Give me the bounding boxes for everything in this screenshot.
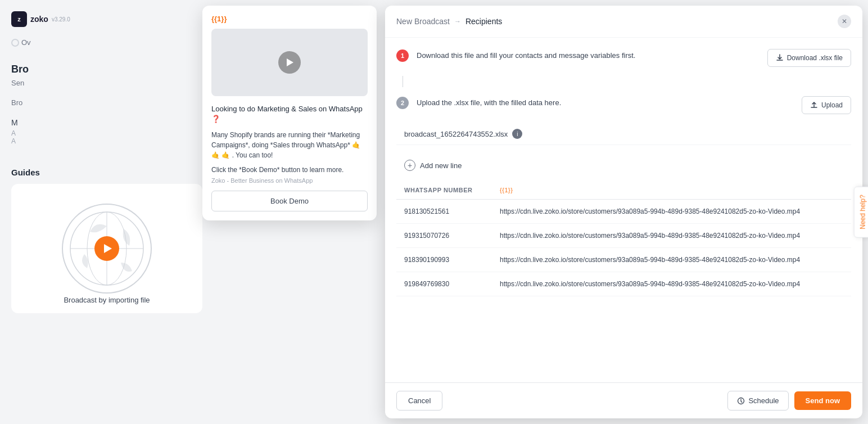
add-new-line-label: Add new line xyxy=(420,161,462,170)
radio-label: Ov xyxy=(21,38,31,47)
modal-header: New Broadcast → Recipients ✕ xyxy=(385,6,862,38)
cell-value-2: https://cdn.live.zoko.io/store/customers… xyxy=(492,248,851,272)
modal-body: 1 Download this file and fill your conta… xyxy=(385,38,862,382)
promo-play-button[interactable] xyxy=(278,51,301,74)
cell-phone-3: 919849769830 xyxy=(396,272,492,296)
cell-value-0: https://cdn.live.zoko.io/store/customers… xyxy=(492,200,851,224)
book-demo-button[interactable]: Book Demo xyxy=(211,191,368,211)
cell-phone-2: 918390190993 xyxy=(396,248,492,272)
filename-text: broadcast_1652264743552.xlsx xyxy=(404,130,508,138)
add-plus-icon: + xyxy=(404,160,415,171)
promo-source: Zoko - Better Business on WhatsApp xyxy=(211,177,368,184)
breadcrumb: New Broadcast → Recipients xyxy=(396,17,502,26)
close-button[interactable]: ✕ xyxy=(838,15,851,28)
breadcrumb-current: Recipients xyxy=(465,17,502,26)
footer-right: Schedule Send now xyxy=(727,391,851,411)
table-row: 919849769830 https://cdn.live.zoko.io/st… xyxy=(396,272,851,296)
schedule-button[interactable]: Schedule xyxy=(727,391,788,411)
cell-value-3: https://cdn.live.zoko.io/store/customers… xyxy=(492,272,851,296)
step-1-number: 1 xyxy=(401,52,404,59)
info-icon-label: i xyxy=(517,131,518,137)
send-now-button[interactable]: Send now xyxy=(794,391,851,410)
promo-cta-text: Click the *Book Demo* button to learn mo… xyxy=(211,166,368,174)
cancel-button[interactable]: Cancel xyxy=(396,391,442,411)
breadcrumb-link[interactable]: New Broadcast xyxy=(396,17,450,26)
col-whatsapp-number: WHATSAPP NUMBER xyxy=(396,181,492,200)
promo-video-thumbnail[interactable] xyxy=(211,29,368,96)
upload-button[interactable]: Upload xyxy=(802,96,851,114)
step-2-action: Upload xyxy=(802,96,851,114)
cell-phone-0: 918130521561 xyxy=(396,200,492,224)
guides-play-button[interactable] xyxy=(94,236,119,261)
data-table: WHATSAPP NUMBER {{1}} 918130521561 https… xyxy=(396,181,851,296)
breadcrumb-arrow: → xyxy=(454,17,461,25)
table-body: 918130521561 https://cdn.live.zoko.io/st… xyxy=(396,200,851,296)
promo-body: Many Shopify brands are running their *M… xyxy=(211,130,368,160)
broadcast-modal: New Broadcast → Recipients ✕ 1 Download … xyxy=(385,6,862,418)
step-2-badge: 2 xyxy=(396,97,409,109)
info-icon[interactable]: i xyxy=(512,129,522,139)
schedule-label: Schedule xyxy=(748,396,779,405)
promo-headline: Looking to do Marketing & Sales on Whats… xyxy=(211,104,368,124)
upload-button-label: Upload xyxy=(821,101,843,109)
modal-footer: Cancel Schedule Send now xyxy=(385,382,862,418)
col-var1-tag: {{1}} xyxy=(500,187,513,193)
table-row: 919315070726 https://cdn.live.zoko.io/st… xyxy=(396,224,851,248)
step-1-text: Download this file and fill your contact… xyxy=(417,49,760,61)
step-1-row: 1 Download this file and fill your conta… xyxy=(396,49,851,67)
table-header-row: WHATSAPP NUMBER {{1}} xyxy=(396,181,851,200)
step-2-text: Upload the .xlsx file, with the filled d… xyxy=(417,96,794,109)
add-new-line-row[interactable]: + Add new line xyxy=(396,154,851,177)
guides-card[interactable]: Broadcast by importing file xyxy=(11,184,202,313)
step-1-badge: 1 xyxy=(396,49,409,62)
app-version: v3.29.0 xyxy=(52,16,70,22)
schedule-icon xyxy=(737,397,745,405)
step-2-number: 2 xyxy=(401,100,404,106)
download-icon xyxy=(776,54,784,62)
download-xlsx-button[interactable]: Download .xlsx file xyxy=(767,49,851,67)
app-name: zoko xyxy=(30,15,48,24)
step-connector xyxy=(403,76,403,87)
step-2-row: 2 Upload the .xlsx file, with the filled… xyxy=(396,96,851,114)
guides-card-label: Broadcast by importing file xyxy=(11,296,202,304)
logo-box: z xyxy=(11,11,27,27)
radio-circle xyxy=(11,39,19,47)
table-row: 918390190993 https://cdn.live.zoko.io/st… xyxy=(396,248,851,272)
cell-value-1: https://cdn.live.zoko.io/store/customers… xyxy=(492,224,851,248)
cell-phone-1: 919315070726 xyxy=(396,224,492,248)
download-button-label: Download .xlsx file xyxy=(787,54,843,62)
table-row: 918130521561 https://cdn.live.zoko.io/st… xyxy=(396,200,851,224)
col-var1: {{1}} xyxy=(492,181,851,200)
step-1-action: Download .xlsx file xyxy=(767,49,851,67)
upload-icon xyxy=(810,101,818,109)
radio-item[interactable]: Ov xyxy=(11,38,31,47)
need-help-tab[interactable]: Need help? xyxy=(853,186,868,237)
need-help-label: Need help? xyxy=(858,195,866,229)
promo-tag: {{1}} xyxy=(211,15,368,23)
logo-icon: z xyxy=(17,16,21,22)
promo-card: {{1}} Looking to do Marketing & Sales on… xyxy=(202,6,377,220)
filename-row: broadcast_1652264743552.xlsx i xyxy=(396,123,851,145)
